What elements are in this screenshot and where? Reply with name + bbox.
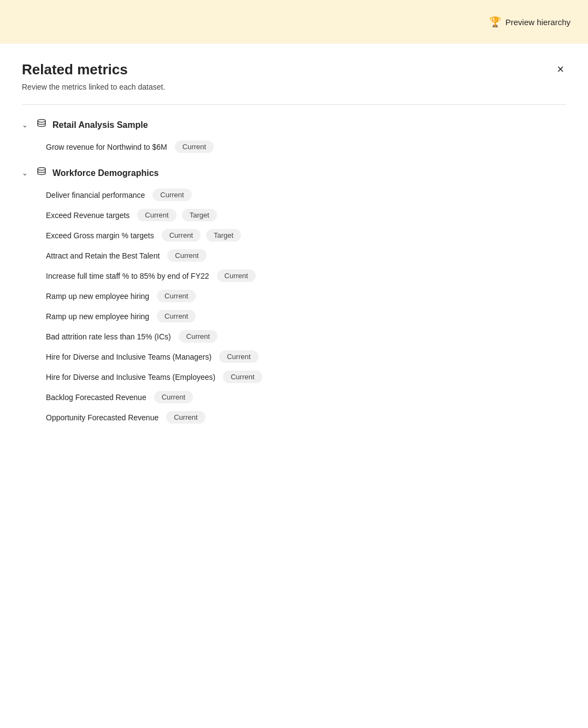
- metric-label: Backlog Forecasted Revenue: [46, 393, 146, 402]
- badge-current[interactable]: Current: [175, 140, 214, 153]
- database-icon: [36, 118, 47, 132]
- metric-label: Bad attrition rate less than 15% (ICs): [46, 332, 171, 341]
- preview-hierarchy-button[interactable]: 🏆 Preview hierarchy: [489, 16, 571, 28]
- badge-current[interactable]: Current: [223, 371, 262, 383]
- metric-label: Deliver financial performance: [46, 191, 145, 199]
- metric-row: Deliver financial performanceCurrent: [46, 189, 566, 201]
- related-metrics-panel: Related metrics × Review the metrics lin…: [0, 44, 588, 459]
- metric-row: Opportunity Forecasted RevenueCurrent: [46, 411, 566, 424]
- panel-header: Related metrics ×: [22, 61, 566, 78]
- metric-label: Hire for Diverse and Inclusive Teams (Ma…: [46, 353, 211, 361]
- metric-row: Backlog Forecasted RevenueCurrent: [46, 391, 566, 403]
- metric-row: Attract and Retain the Best TalentCurren…: [46, 249, 566, 262]
- metric-row: Increase full time staff % to 85% by end…: [46, 269, 566, 282]
- badge-current[interactable]: Current: [152, 189, 191, 201]
- svg-point-1: [38, 168, 45, 171]
- badge-current[interactable]: Current: [137, 209, 176, 221]
- metric-row: Ramp up new employee hiringCurrent: [46, 290, 566, 302]
- dataset-header-retail[interactable]: ⌄ Retail Analysis Sample: [22, 118, 566, 132]
- metric-label: Ramp up new employee hiring: [46, 292, 149, 301]
- panel-subtitle: Review the metrics linked to each datase…: [22, 83, 566, 91]
- badge-current[interactable]: Current: [167, 249, 206, 262]
- metric-row: Grow revenue for Northwind to $6MCurrent: [46, 140, 566, 153]
- top-bar: 🏆 Preview hierarchy: [0, 0, 588, 44]
- panel-title: Related metrics: [22, 61, 128, 78]
- divider: [22, 104, 566, 105]
- badge-target[interactable]: Target: [206, 229, 241, 242]
- badge-current[interactable]: Current: [157, 310, 196, 322]
- dataset-section-workforce: ⌄ Workforce Demographics Deliver financi…: [22, 166, 566, 424]
- metric-row: Exceed Revenue targetsCurrentTarget: [46, 209, 566, 221]
- metric-row: Exceed Gross margin % targetsCurrentTarg…: [46, 229, 566, 242]
- metric-label: Ramp up new employee hiring: [46, 312, 149, 321]
- metric-label: Hire for Diverse and Inclusive Teams (Em…: [46, 373, 215, 381]
- badge-current[interactable]: Current: [157, 290, 196, 302]
- chevron-down-icon: ⌄: [22, 169, 31, 177]
- metric-label: Attract and Retain the Best Talent: [46, 251, 160, 260]
- badge-current[interactable]: Current: [162, 229, 201, 242]
- dataset-name-retail: Retail Analysis Sample: [52, 120, 148, 130]
- badge-current[interactable]: Current: [154, 391, 193, 403]
- metric-label: Opportunity Forecasted Revenue: [46, 413, 158, 422]
- metric-label: Grow revenue for Northwind to $6M: [46, 143, 167, 151]
- dataset-name-workforce: Workforce Demographics: [52, 168, 158, 178]
- badge-current[interactable]: Current: [219, 350, 258, 363]
- metric-label: Exceed Gross margin % targets: [46, 231, 154, 240]
- close-button[interactable]: ×: [555, 61, 566, 78]
- metric-row: Hire for Diverse and Inclusive Teams (Em…: [46, 371, 566, 383]
- metric-row: Bad attrition rate less than 15% (ICs)Cu…: [46, 330, 566, 343]
- metric-label: Exceed Revenue targets: [46, 211, 130, 220]
- chevron-down-icon: ⌄: [22, 121, 31, 129]
- badge-current[interactable]: Current: [179, 330, 217, 343]
- preview-hierarchy-label: Preview hierarchy: [505, 17, 571, 27]
- trophy-icon: 🏆: [489, 16, 501, 28]
- dataset-header-workforce[interactable]: ⌄ Workforce Demographics: [22, 166, 566, 180]
- metric-rows-retail: Grow revenue for Northwind to $6MCurrent: [22, 140, 566, 153]
- dataset-section-retail: ⌄ Retail Analysis Sample Grow revenue fo…: [22, 118, 566, 153]
- svg-point-0: [38, 120, 45, 122]
- datasets-container: ⌄ Retail Analysis Sample Grow revenue fo…: [22, 118, 566, 424]
- metric-row: Ramp up new employee hiringCurrent: [46, 310, 566, 322]
- metric-rows-workforce: Deliver financial performanceCurrentExce…: [22, 189, 566, 424]
- database-icon: [36, 166, 47, 180]
- metric-row: Hire for Diverse and Inclusive Teams (Ma…: [46, 350, 566, 363]
- badge-current[interactable]: Current: [217, 269, 256, 282]
- metric-label: Increase full time staff % to 85% by end…: [46, 272, 209, 280]
- badge-target[interactable]: Target: [182, 209, 217, 221]
- badge-current[interactable]: Current: [166, 411, 205, 424]
